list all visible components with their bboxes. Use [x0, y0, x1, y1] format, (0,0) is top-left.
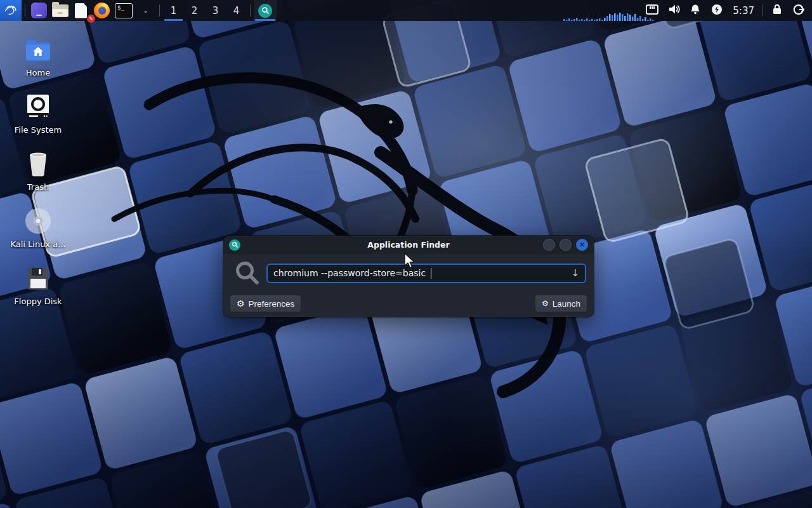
- panel-separator: [25, 4, 25, 17]
- lock-screen-button[interactable]: [766, 0, 788, 21]
- desktop-icon-list: Home File System: [10, 36, 66, 306]
- search-icon: [231, 259, 264, 287]
- launcher-firefox[interactable]: [91, 0, 112, 21]
- panel-separator: [763, 4, 763, 17]
- desktop-icon-label: Home: [26, 68, 50, 77]
- window-icon: [229, 239, 240, 251]
- desktop-icon-file-system[interactable]: File System: [10, 93, 66, 135]
- power-bolt-icon: [711, 4, 723, 18]
- command-input[interactable]: chromium --password-store=basic ↓: [266, 264, 586, 283]
- home-folder-icon: [24, 36, 52, 64]
- bell-icon: [690, 4, 700, 17]
- audio-spectrum-decoration: [563, 12, 657, 21]
- desktop-icon-trash[interactable]: Trash: [10, 150, 66, 192]
- gear-icon: ⚙: [237, 299, 245, 308]
- workspace-2[interactable]: 2: [184, 0, 205, 21]
- desktop-icon-label: Trash: [27, 182, 49, 192]
- close-button[interactable]: ✕: [576, 239, 588, 251]
- taskbar-application-finder[interactable]: [254, 0, 277, 21]
- desktop-icon-kali-cd[interactable]: Kali Linux a...: [10, 207, 66, 249]
- launch-gear-icon: ⚙: [542, 300, 549, 307]
- kali-logo-icon: [3, 2, 18, 20]
- panel-separator: [250, 4, 251, 17]
- command-input-value: chromium --password-store=basic: [273, 268, 429, 278]
- preferences-button-label: Preferences: [249, 299, 295, 309]
- launcher-app-window[interactable]: [29, 0, 49, 21]
- application-finder-window: Application Finder ✕ chromium --password…: [223, 236, 594, 317]
- volume-tray-button[interactable]: [663, 0, 684, 21]
- document-icon: [75, 3, 87, 18]
- desktop-icon-label: Floppy Disk: [14, 297, 62, 306]
- minimize-button[interactable]: [543, 239, 555, 251]
- logout-icon: [793, 4, 804, 18]
- logout-button[interactable]: [788, 0, 809, 21]
- launcher-terminal[interactable]: $_: [112, 0, 135, 21]
- launch-button[interactable]: ⚙ Launch: [535, 295, 587, 312]
- terminal-icon: $_: [115, 3, 133, 18]
- window-title: Application Finder: [223, 240, 594, 250]
- folder-icon: [52, 4, 69, 17]
- application-finder-icon: [258, 4, 272, 18]
- clock[interactable]: 5:37: [728, 0, 759, 21]
- launcher-text-editor[interactable]: ✎: [70, 0, 91, 21]
- titlebar[interactable]: Application Finder ✕: [223, 236, 594, 254]
- notifications-tray-button[interactable]: [684, 0, 706, 21]
- disc-icon: [24, 207, 52, 235]
- maximize-button[interactable]: [560, 239, 572, 251]
- panel-separator: [159, 4, 160, 17]
- workspace-1[interactable]: 1: [163, 0, 184, 21]
- power-manager-tray-button[interactable]: [706, 0, 728, 21]
- desktop-icon-floppy[interactable]: Floppy Disk: [10, 264, 66, 306]
- desktop: ✎ $_ ⌄ 1 2 3 4: [0, 0, 812, 508]
- desktop-icon-label: File System: [15, 125, 62, 135]
- kali-menu-button[interactable]: [0, 0, 22, 21]
- hard-drive-icon: [24, 93, 52, 121]
- workspace-3[interactable]: 3: [205, 0, 226, 21]
- desktop-icon-home[interactable]: Home: [10, 36, 66, 77]
- dropdown-arrow-icon[interactable]: ↓: [571, 267, 579, 279]
- preferences-button[interactable]: ⚙ Preferences: [230, 295, 301, 312]
- firefox-icon: [94, 3, 110, 18]
- launch-button-label: Launch: [553, 299, 580, 309]
- launcher-file-manager[interactable]: [49, 0, 70, 21]
- terminal-dropdown-chevron-icon[interactable]: ⌄: [135, 0, 156, 21]
- app-window-icon: [31, 3, 47, 18]
- desktop-icon-label: Kali Linux a...: [10, 239, 65, 249]
- workspace-4[interactable]: 4: [226, 0, 247, 21]
- trash-icon: [24, 150, 52, 178]
- speaker-icon: [668, 4, 680, 17]
- lock-icon: [772, 4, 782, 17]
- top-panel: ✎ $_ ⌄ 1 2 3 4: [0, 0, 812, 21]
- floppy-disk-icon: [24, 264, 52, 292]
- text-caret: [431, 268, 432, 279]
